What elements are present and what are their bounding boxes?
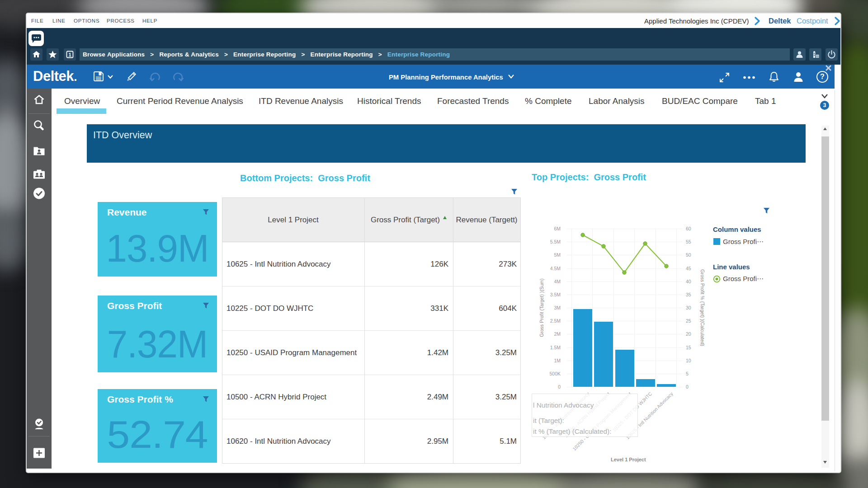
svg-text:1: 1 [68,52,71,57]
